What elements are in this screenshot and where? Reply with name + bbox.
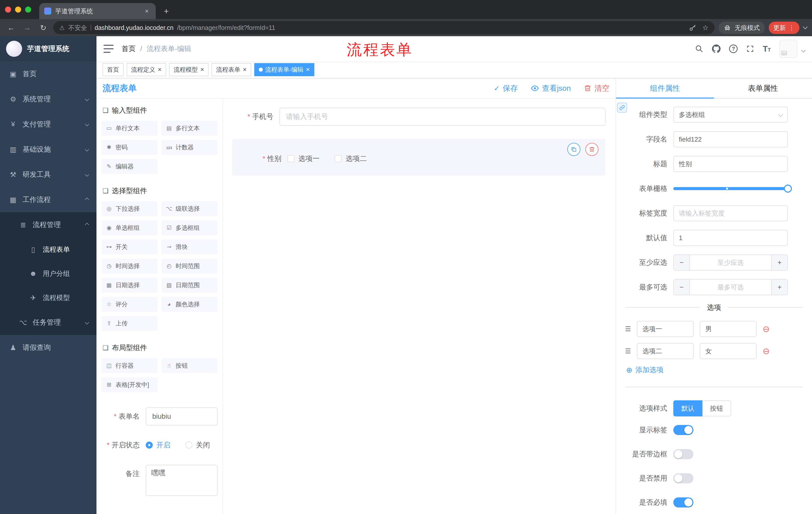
tag-close-icon[interactable] xyxy=(306,66,310,73)
fullscreen-icon[interactable] xyxy=(746,45,754,53)
palette-item-counter[interactable]: 计数器 xyxy=(162,140,218,155)
form-remark-textarea[interactable]: 嘿嘿 xyxy=(146,465,218,496)
disabled-toggle[interactable] xyxy=(673,473,693,483)
close-window-button[interactable] xyxy=(5,6,11,12)
avatar[interactable] xyxy=(779,40,798,58)
with-border-toggle[interactable] xyxy=(673,449,693,459)
sidebar-item-task-management[interactable]: 任务管理 xyxy=(0,310,96,335)
option-label-input[interactable] xyxy=(637,343,694,359)
sidebar-item-process-form[interactable]: 流程表单 xyxy=(0,237,96,262)
option-value-input[interactable] xyxy=(700,343,756,359)
clear-button[interactable]: 清空 xyxy=(584,83,609,93)
forward-button[interactable] xyxy=(21,22,33,34)
new-tab-button[interactable]: + xyxy=(160,4,173,18)
show-label-toggle[interactable] xyxy=(673,425,693,435)
tag-process-definition[interactable]: 流程定义 xyxy=(127,63,166,76)
tag-close-icon[interactable] xyxy=(200,66,204,73)
decrease-button[interactable]: − xyxy=(674,280,690,295)
palette-item-single-line-text[interactable]: 单行文本 xyxy=(102,121,157,136)
sidebar-item-payment[interactable]: 支付管理 xyxy=(0,112,96,137)
link-icon[interactable] xyxy=(617,103,627,113)
field-name-input[interactable] xyxy=(673,131,788,147)
form-grid-slider[interactable] xyxy=(673,181,788,197)
drag-handle-icon[interactable] xyxy=(625,347,631,355)
font-size-icon[interactable] xyxy=(763,45,771,53)
sidebar-item-leave-query[interactable]: 请假查询 xyxy=(0,335,96,360)
remove-option-icon[interactable] xyxy=(762,347,770,355)
zoom-window-button[interactable] xyxy=(25,6,31,12)
form-name-input[interactable] xyxy=(146,407,218,426)
palette-item-checkbox-group[interactable]: 多选框组 xyxy=(162,220,218,235)
status-on-radio[interactable]: 开启 xyxy=(146,440,170,450)
default-value-input[interactable] xyxy=(673,230,788,246)
label-width-input[interactable] xyxy=(673,205,788,221)
component-type-select[interactable]: 多选框组 xyxy=(673,107,788,123)
palette-item-password[interactable]: 密码 xyxy=(102,140,157,155)
tag-home[interactable]: 首页 xyxy=(103,63,124,76)
app-logo-row[interactable]: 芋道管理系统 xyxy=(0,36,96,61)
tab-close-icon[interactable] xyxy=(143,7,151,15)
gender-option-1-checkbox[interactable]: 选项一 xyxy=(287,154,320,163)
sidebar-item-home[interactable]: 首页 xyxy=(0,61,96,86)
palette-item-button[interactable]: 按钮 xyxy=(162,358,218,373)
tab-component-props[interactable]: 组件属性 xyxy=(616,78,714,98)
form-canvas[interactable]: 手机号 xyxy=(223,99,615,514)
increase-button[interactable]: + xyxy=(771,280,787,295)
back-button[interactable] xyxy=(5,22,17,34)
save-button[interactable]: 保存 xyxy=(494,83,518,93)
sidebar-item-system[interactable]: 系统管理 xyxy=(0,86,96,112)
browser-update-button[interactable]: 更新 xyxy=(769,22,800,34)
sidebar-item-devtools[interactable]: 研发工具 xyxy=(0,162,96,187)
min-select-value[interactable]: 至少应选 xyxy=(690,255,771,270)
required-toggle[interactable] xyxy=(673,497,693,508)
max-select-value[interactable]: 最多可选 xyxy=(690,280,771,295)
toolbar-chevron-icon[interactable] xyxy=(803,24,808,29)
tab-form-props[interactable]: 表单属性 xyxy=(714,78,812,98)
sidebar-item-process-model[interactable]: 流程模型 xyxy=(0,286,96,310)
title-input[interactable] xyxy=(673,156,788,172)
hamburger-icon[interactable] xyxy=(104,45,114,53)
palette-item-cascader[interactable]: 级联选择 xyxy=(162,201,218,216)
palette-item-upload[interactable]: 上传 xyxy=(102,316,157,331)
palette-item-date-picker[interactable]: 日期选择 xyxy=(102,278,157,293)
tag-close-icon[interactable] xyxy=(158,66,162,73)
max-select-stepper[interactable]: − 最多可选 + xyxy=(673,279,788,295)
gender-option-2-checkbox[interactable]: 选项二 xyxy=(335,154,367,163)
palette-item-time-picker[interactable]: 时间选择 xyxy=(102,259,157,274)
address-bar[interactable]: 不安全 dashboard.yudao.iocoder.cn/bpm/manag… xyxy=(53,21,715,34)
drag-handle-icon[interactable] xyxy=(625,325,631,333)
option-style-default-button[interactable]: 默认 xyxy=(673,400,702,416)
sidebar-item-infrastructure[interactable]: 基础设施 xyxy=(0,137,96,162)
search-icon[interactable] xyxy=(695,45,703,53)
canvas-field-phone[interactable]: 手机号 xyxy=(232,108,606,126)
palette-item-multi-line-text[interactable]: 多行文本 xyxy=(162,121,218,136)
palette-item-row-container[interactable]: 行容器 xyxy=(102,358,157,373)
sidebar-item-process-management[interactable]: 流程管理 xyxy=(0,212,96,237)
tag-process-model[interactable]: 流程模型 xyxy=(169,63,208,76)
help-icon[interactable] xyxy=(729,45,737,53)
min-select-stepper[interactable]: − 至少应选 + xyxy=(673,254,788,271)
add-option-link[interactable]: 添加选项 xyxy=(626,365,788,375)
palette-item-time-range[interactable]: 时间范围 xyxy=(162,259,218,274)
palette-item-table[interactable]: 表格[开发中] xyxy=(102,377,157,392)
sidebar-item-workflow[interactable]: 工作流程 xyxy=(0,187,96,212)
password-key-icon[interactable] xyxy=(689,24,696,31)
remove-option-icon[interactable] xyxy=(762,325,770,333)
status-off-radio[interactable]: 关闭 xyxy=(185,440,210,450)
palette-item-select[interactable]: 下拉选择 xyxy=(102,201,157,216)
reload-button[interactable] xyxy=(37,22,49,34)
copy-widget-button[interactable] xyxy=(567,143,580,156)
tag-process-form[interactable]: 流程表单 xyxy=(211,63,251,76)
option-value-input[interactable] xyxy=(700,321,756,337)
decrease-button[interactable]: − xyxy=(674,255,690,270)
palette-item-slider[interactable]: 滑块 xyxy=(162,239,218,254)
bookmark-star-icon[interactable] xyxy=(702,24,708,32)
phone-input[interactable] xyxy=(279,108,606,126)
palette-item-color-picker[interactable]: 颜色选择 xyxy=(162,297,218,312)
increase-button[interactable]: + xyxy=(771,255,787,270)
breadcrumb-home[interactable]: 首页 xyxy=(122,44,136,54)
palette-item-radio-group[interactable]: 单选框组 xyxy=(102,220,157,235)
option-style-button-button[interactable]: 按钮 xyxy=(702,400,731,416)
browser-tab[interactable]: 芋道管理系统 xyxy=(39,3,156,19)
tag-close-icon[interactable] xyxy=(243,66,246,73)
